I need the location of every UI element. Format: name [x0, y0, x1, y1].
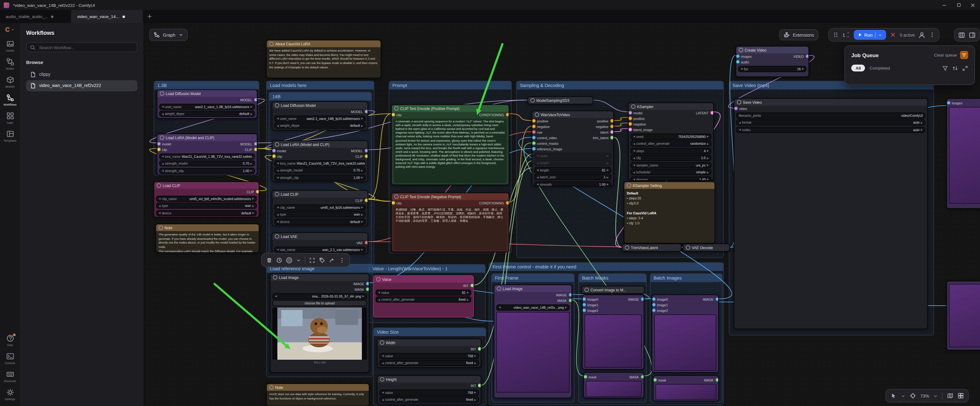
- color-circle-icon[interactable]: [286, 257, 292, 263]
- filter-completed[interactable]: Completed: [870, 66, 890, 70]
- node-save-video[interactable]: Save Videovideofilename_prefixvideo/Comf…: [734, 98, 928, 329]
- widget-strength-clip[interactable]: ◀strength_clip1.00▶: [159, 167, 255, 174]
- rail-item-settings[interactable]: Settings: [0, 386, 20, 404]
- expand-icon[interactable]: [962, 65, 968, 71]
- widget-control-after-generate[interactable]: ◀control_after_generatefixed▶: [379, 396, 479, 403]
- queue-panel-icon[interactable]: [958, 32, 965, 38]
- zoom-level[interactable]: 73%: [920, 393, 929, 398]
- tag-icon[interactable]: [319, 257, 325, 263]
- widget-batch-size[interactable]: ◀batch_size1▶: [534, 174, 611, 180]
- widget-scheduler[interactable]: ◀schedulersimple▶: [630, 169, 711, 175]
- collapse-dot[interactable]: [625, 246, 629, 250]
- output-conditioning[interactable]: [505, 201, 509, 205]
- user-icon[interactable]: [918, 32, 925, 38]
- cursor-icon[interactable]: [891, 393, 897, 399]
- node-header[interactable]: Load CLIP: [272, 191, 368, 198]
- collapse-dot[interactable]: [157, 184, 161, 188]
- widget-format[interactable]: ◀formatauto▶: [736, 119, 925, 125]
- caret-down-icon[interactable]: [296, 257, 301, 262]
- trash-icon[interactable]: [266, 257, 272, 263]
- input-control-video[interactable]: [532, 135, 536, 140]
- output-model[interactable]: [364, 109, 368, 114]
- group-title[interactable]: Sampling & Decoding: [517, 81, 723, 89]
- node-vae-decode[interactable]: VAE Decode: [683, 244, 730, 252]
- output-clip[interactable]: [253, 147, 258, 152]
- collapse-dot[interactable]: [497, 287, 501, 291]
- batch-count-stepper[interactable]: 1: [843, 31, 850, 38]
- widget-cfg[interactable]: ◀cfg1.0▶: [630, 155, 711, 161]
- node-header[interactable]: Load LoRA (Model and CLIP): [272, 141, 368, 148]
- decrement-icon[interactable]: [846, 35, 850, 38]
- widget-value[interactable]: ◀video_wan_vace_14B_ref2v....png▶: [496, 304, 570, 310]
- node-side-node-lower[interactable]: [947, 281, 980, 350]
- caret-down-icon[interactable]: [901, 393, 905, 398]
- drag-handle-icon[interactable]: [833, 32, 839, 38]
- node-ksampler[interactable]: KSamplermodelLATENTpositivenegativelaten…: [628, 103, 714, 181]
- node-load-diffusion-model-13b[interactable]: Load Diffusion ModelMODEL◀unet_namewan2.…: [157, 89, 258, 118]
- node-wan-vace-to-video[interactable]: WanVaceToVideopositivepositivenegativene…: [532, 111, 614, 186]
- widget-codec[interactable]: ◀codecauto▶: [736, 127, 925, 133]
- minimize-button[interactable]: [937, 0, 951, 10]
- rail-item-workflows[interactable]: Workflows: [0, 91, 20, 109]
- rail-item-templates[interactable]: Templates: [0, 127, 20, 145]
- node-load-vae[interactable]: Load VAEVAE◀vae_namewan_2.1_vae.safetens…: [272, 232, 368, 254]
- output-clip[interactable]: [255, 189, 259, 194]
- collapse-dot[interactable]: [737, 100, 741, 105]
- output-clip[interactable]: [364, 198, 368, 203]
- node-header[interactable]: KSampler Setting: [624, 182, 714, 189]
- node-side-node-images[interactable]: images: [947, 98, 980, 209]
- node-header[interactable]: Load LoRA (Model and CLIP): [158, 134, 257, 141]
- collapse-dot[interactable]: [394, 106, 398, 111]
- output-mask[interactable]: [568, 298, 572, 303]
- node-header[interactable]: WanVaceToVideo: [532, 111, 613, 118]
- widget-value[interactable]: ◀value768▶: [379, 389, 479, 395]
- input-vae[interactable]: [532, 130, 536, 134]
- collapse-dot[interactable]: [627, 184, 631, 188]
- widget-denoise[interactable]: ◀denoise1.00▶: [630, 176, 711, 181]
- input-mask[interactable]: [653, 378, 657, 382]
- output-model[interactable]: [253, 142, 258, 146]
- widget-unet-name[interactable]: ◀unet_namewan2.1_vace_1.3B_fp16.safetens…: [159, 103, 255, 109]
- rail-item-models[interactable]: Models: [0, 73, 20, 91]
- output-model[interactable]: [364, 149, 368, 153]
- widget-strength-model[interactable]: ◀strength_model0.70▶: [159, 160, 255, 167]
- input-image2[interactable]: [582, 308, 586, 312]
- node-header[interactable]: Load Image: [494, 285, 571, 292]
- output-mask[interactable]: [640, 374, 644, 379]
- widget-steps[interactable]: ◀steps4▶: [630, 147, 711, 154]
- input-image0[interactable]: [582, 297, 586, 301]
- node-header[interactable]: Width: [377, 339, 480, 346]
- collapse-dot[interactable]: [159, 226, 162, 230]
- node-header[interactable]: Load Diffusion Model: [272, 102, 368, 109]
- maximize-button[interactable]: [951, 0, 966, 10]
- collapse-dot[interactable]: [269, 42, 273, 46]
- output-negative[interactable]: [610, 124, 614, 128]
- input-images[interactable]: [736, 54, 740, 59]
- output-int[interactable]: [470, 283, 474, 288]
- widget-filename-prefix[interactable]: filename_prefixvideo/ComfyUI: [736, 112, 925, 118]
- caret-down-icon[interactable]: [933, 393, 938, 398]
- run-button[interactable]: Run: [854, 30, 886, 40]
- input-image1[interactable]: [582, 303, 586, 307]
- widget-unet-name[interactable]: ◀unet_namewan2.1_vace_14B_fp16.safetenso…: [274, 115, 366, 122]
- node-header[interactable]: Value: [374, 276, 473, 283]
- input-clip[interactable]: [391, 113, 395, 117]
- input-image2[interactable]: [652, 308, 656, 312]
- node-header[interactable]: Load Image: [270, 274, 369, 281]
- graph-breadcrumb[interactable]: Graph: [149, 29, 188, 41]
- collapse-dot[interactable]: [269, 385, 273, 390]
- input-model[interactable]: [157, 142, 161, 146]
- input-model[interactable]: [628, 111, 632, 115]
- collapse-dot[interactable]: [380, 377, 384, 381]
- node-width[interactable]: WidthINT◀value768▶◀control_after_generat…: [377, 339, 481, 368]
- node-value-length[interactable]: ValueINT◀value81▶◀control_after_generate…: [373, 275, 474, 317]
- widget-value[interactable]: ◀value768▶: [379, 352, 479, 359]
- output-image[interactable]: [365, 281, 369, 286]
- image-preview[interactable]: [272, 308, 367, 360]
- grid-icon[interactable]: [958, 393, 964, 399]
- widget-value[interactable]: ◀ima... 2026-03-31 05_57_44·.png▶: [272, 293, 367, 299]
- sort-icon[interactable]: [952, 65, 958, 71]
- input-negative[interactable]: [532, 124, 536, 128]
- widget-value[interactable]: ◀value81▶: [375, 289, 471, 295]
- group-title[interactable]: First Frame control - enable it if you n…: [489, 263, 723, 271]
